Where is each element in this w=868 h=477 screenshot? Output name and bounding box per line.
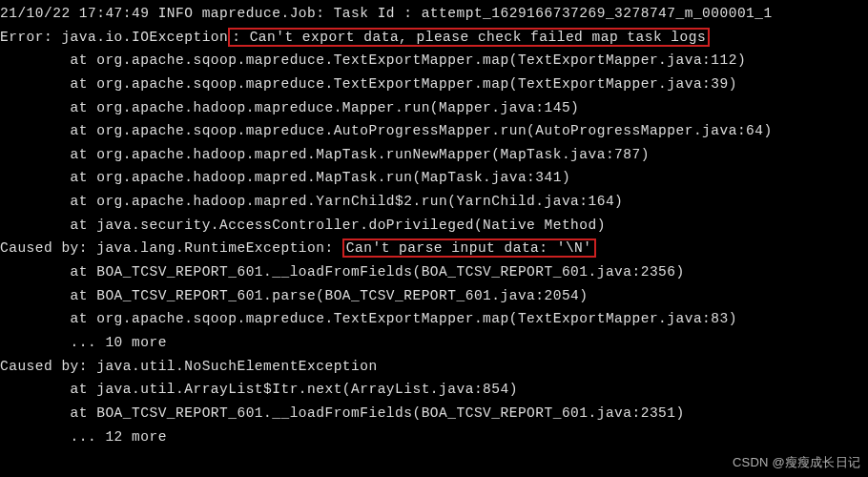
log-line-stack: at BOA_TCSV_REPORT_601.__loadFromFields(… (0, 402, 868, 425)
log-line-caused-by: Caused by: java.util.NoSuchElementExcept… (0, 355, 868, 379)
log-line-stack: at org.apache.sqoop.mapreduce.TextExport… (0, 307, 868, 331)
log-text: at BOA_TCSV_REPORT_601.parse(BOA_TCSV_RE… (0, 288, 589, 303)
log-text: at BOA_TCSV_REPORT_601.__loadFromFields(… (0, 264, 685, 280)
log-line-stack: at java.security.AccessController.doPriv… (0, 214, 868, 238)
log-line-stack: at org.apache.sqoop.mapreduce.TextExport… (0, 49, 868, 73)
log-text: at org.apache.hadoop.mapred.MapTask.runN… (0, 147, 650, 162)
error-highlight: : Can't export data, please check failed… (228, 28, 710, 47)
log-line-stack: at org.apache.sqoop.mapreduce.TextExport… (0, 73, 868, 96)
log-line-error: Error: java.io.IOException: Can't export… (0, 26, 868, 50)
log-line-stack: at BOA_TCSV_REPORT_601.parse(BOA_TCSV_RE… (0, 284, 868, 308)
log-line-more: ... 12 more (0, 425, 868, 449)
log-text: ... 12 more (0, 429, 167, 445)
log-line-info: 21/10/22 17:47:49 INFO mapreduce.Job: Ta… (0, 2, 868, 26)
log-text: at java.util.ArrayList$Itr.next(ArrayLis… (0, 382, 518, 397)
log-text: at org.apache.sqoop.mapreduce.AutoProgre… (0, 123, 773, 138)
log-text: at org.apache.sqoop.mapreduce.TextExport… (0, 311, 737, 326)
log-line-stack: at java.util.ArrayList$Itr.next(ArrayLis… (0, 378, 868, 402)
log-text: at org.apache.hadoop.mapreduce.Mapper.ru… (0, 100, 579, 115)
log-text: at org.apache.hadoop.mapred.MapTask.run(… (0, 170, 570, 185)
error-highlight: Can't parse input data: '\N' (342, 238, 596, 258)
log-line-stack: at org.apache.hadoop.mapred.MapTask.runN… (0, 143, 868, 167)
log-line-stack: at org.apache.hadoop.mapreduce.Mapper.ru… (0, 96, 868, 120)
log-text: 21/10/22 17:47:49 INFO mapreduce.Job: Ta… (0, 6, 773, 21)
log-text: at org.apache.sqoop.mapreduce.TextExport… (0, 52, 746, 68)
log-line-caused-by: Caused by: java.lang.RuntimeException: C… (0, 237, 868, 260)
log-line-stack: at org.apache.hadoop.mapred.YarnChild$2.… (0, 190, 868, 214)
log-text: at org.apache.hadoop.mapred.YarnChild$2.… (0, 194, 623, 209)
log-text: Caused by: java.lang.RuntimeException: (0, 240, 342, 256)
log-line-stack: at BOA_TCSV_REPORT_601.__loadFromFields(… (0, 260, 868, 284)
log-line-more: ... 10 more (0, 331, 868, 355)
log-text: Caused by: java.util.NoSuchElementExcept… (0, 359, 378, 374)
log-text: at java.security.AccessController.doPriv… (0, 218, 606, 233)
log-line-stack: at org.apache.sqoop.mapreduce.AutoProgre… (0, 119, 868, 143)
log-line-stack: at org.apache.hadoop.mapred.MapTask.run(… (0, 166, 868, 190)
log-text: at org.apache.sqoop.mapreduce.TextExport… (0, 76, 737, 92)
log-text: ... 10 more (0, 335, 167, 350)
log-text: at BOA_TCSV_REPORT_601.__loadFromFields(… (0, 405, 685, 421)
log-text: Error: java.io.IOException (0, 30, 228, 45)
watermark: CSDN @瘦瘦成长日记 (733, 452, 860, 473)
